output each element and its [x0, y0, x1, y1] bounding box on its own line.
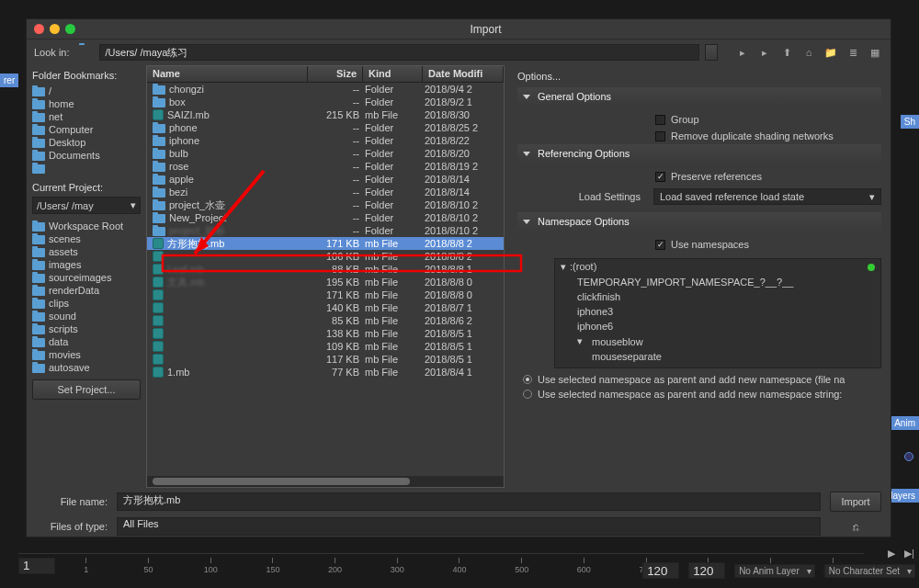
bookmark-item[interactable] [32, 162, 141, 175]
file-row[interactable]: 方形抱枕.mb171 KBmb File2018/8/8 2 [147, 237, 504, 250]
col-date[interactable]: Date Modifi [423, 66, 504, 82]
project-folder-item[interactable]: data [32, 335, 141, 348]
import-button[interactable]: Import [830, 492, 881, 512]
time-start[interactable] [18, 558, 55, 574]
set-project-button[interactable]: Set Project... [32, 379, 141, 400]
use-namespaces-checkbox[interactable] [655, 240, 665, 250]
hscrollbar[interactable] [147, 476, 504, 487]
file-row[interactable]: chongzi--Folder2018/9/4 2 [147, 83, 504, 96]
play-end-icon[interactable]: ▶| [904, 548, 917, 560]
bookmark-item[interactable]: Documents [32, 149, 141, 162]
preserve-refs-checkbox[interactable] [655, 172, 665, 182]
home-icon[interactable]: ⌂ [800, 44, 817, 61]
toolbar: Look in: /Users/ /maya练习 ▸ ▸ ⬆ ⌂ 📁 ≣ ▦ [27, 40, 891, 65]
folder-icon [153, 85, 165, 95]
col-kind[interactable]: Kind [363, 66, 423, 82]
general-options-header[interactable]: General Options [517, 87, 881, 106]
filename-input[interactable]: 方形抱枕.mb [117, 492, 821, 511]
file-row[interactable]: SAIZI.mb215 KBmb File2018/8/30 [147, 108, 504, 121]
thumb-view-icon[interactable]: ▦ [867, 44, 883, 61]
file-row[interactable]: rose--Folder2018/8/19 2 [147, 160, 504, 173]
remove-dup-checkbox[interactable] [655, 131, 665, 141]
folder-icon [32, 300, 45, 309]
minimize-icon[interactable] [50, 24, 60, 34]
project-folder-item[interactable]: clips [32, 297, 141, 310]
project-path[interactable]: /Users/ /may▾ [32, 197, 141, 214]
bookmark-remove-icon[interactable]: ▸ [756, 44, 773, 61]
folder-icon [153, 175, 165, 185]
file-row[interactable]: Leaf.mb88 KBmb File2018/8/8 1 [147, 263, 504, 276]
namespace-options-header[interactable]: Namespace Options [517, 212, 881, 231]
new-folder-icon[interactable]: 📁 [823, 44, 839, 61]
file-row[interactable]: bezi--Folder2018/8/14 [147, 186, 504, 198]
ns-radio-1[interactable] [523, 375, 532, 384]
project-folder-item[interactable]: sound [32, 310, 141, 322]
file-row[interactable]: 138 KBmb File2018/8/5 1 [147, 327, 504, 340]
file-row[interactable]: 117 KBmb File2018/8/5 1 [147, 353, 504, 366]
referencing-options-header[interactable]: Referencing Options [517, 144, 881, 163]
project-folder-item[interactable]: assets [32, 245, 141, 258]
col-name[interactable]: Name [147, 66, 308, 82]
folder-icon [32, 152, 45, 161]
status-dot-icon [868, 264, 875, 271]
char-set-combo[interactable]: No Character Set [824, 564, 915, 578]
load-settings-combo[interactable]: Load saved reference load state▾ [653, 188, 881, 205]
project-folder-item[interactable]: movies [32, 348, 141, 361]
folder-icon [32, 113, 45, 122]
file-row[interactable]: iphone--Folder2018/8/22 [147, 134, 504, 147]
play-icon[interactable]: ▶ [888, 548, 901, 560]
file-row[interactable]: apple--Folder2018/8/14 [147, 173, 504, 186]
col-size[interactable]: Size [308, 66, 363, 82]
file-row[interactable]: 109 KBmb File2018/8/5 1 [147, 340, 504, 353]
up-folder-icon[interactable]: ⬆ [778, 44, 795, 61]
timeline-tick: 500 [491, 558, 553, 574]
file-row[interactable]: 文具.mb195 KBmb File2018/8/8 0 [147, 276, 504, 288]
folder-icon [32, 351, 45, 360]
list-view-icon[interactable]: ≣ [845, 44, 861, 61]
bookmark-item[interactable]: Computer [32, 123, 141, 136]
bookmark-add-icon[interactable]: ▸ [734, 44, 751, 61]
timeline-tick: 300 [366, 558, 428, 574]
timeline-tick: 400 [428, 558, 491, 574]
path-input[interactable]: /Users/ /maya练习 [99, 44, 699, 61]
project-folder-item[interactable]: autosave [32, 361, 141, 374]
file-row[interactable]: 171 KBmb File2018/8/8 0 [147, 288, 504, 301]
bookmark-item[interactable]: / [32, 85, 141, 97]
close-icon[interactable] [34, 24, 44, 34]
chevron-down-icon [523, 220, 530, 224]
folder-icon [32, 338, 45, 347]
file-row[interactable]: 85 KBmb File2018/8/6 2 [147, 314, 504, 327]
file-row[interactable]: box--Folder2018/9/2 1 [147, 96, 504, 108]
file-row[interactable]: 140 KBmb File2018/8/7 1 [147, 301, 504, 314]
file-row[interactable]: bulb--Folder2018/8/20 [147, 147, 504, 160]
namespace-tree[interactable]: ▾:(root) TEMPORARY_IMPORT_NAMESPACE_?__?… [554, 258, 881, 368]
time-end[interactable] [642, 562, 679, 579]
project-folder-item[interactable]: sourceimages [32, 271, 141, 284]
bookmark-item[interactable]: Desktop [32, 136, 141, 149]
bookmark-item[interactable]: net [32, 110, 141, 123]
maya-file-icon [153, 238, 164, 249]
project-folder-item[interactable]: Workspace Root [32, 220, 141, 232]
path-history-dropdown[interactable] [705, 44, 718, 61]
file-browser: Name Size Kind Date Modifi chongzi--Fold… [146, 65, 505, 488]
group-checkbox[interactable] [655, 115, 665, 125]
project-folder-item[interactable]: scenes [32, 232, 141, 245]
maya-file-icon [153, 302, 164, 313]
file-row[interactable]: phone--Folder2018/8/25 2 [147, 121, 504, 134]
project-folder-item[interactable]: images [32, 258, 141, 271]
folder-icon [32, 287, 45, 296]
project-folder-item[interactable]: scripts [32, 322, 141, 335]
project-folder-item[interactable]: renderData [32, 284, 141, 297]
time-end2[interactable] [688, 562, 725, 579]
ns-radio-2[interactable] [523, 390, 532, 399]
file-row[interactable]: 1.mb77 KBmb File2018/8/4 1 [147, 366, 504, 379]
filter-icon[interactable]: ⎌ [830, 521, 881, 532]
bookmark-item[interactable]: home [32, 97, 141, 110]
filetype-combo[interactable]: All Files [117, 517, 821, 536]
file-row[interactable]: New_Project--Folder2018/8/10 2 [147, 211, 504, 224]
zoom-icon[interactable] [65, 24, 75, 34]
file-row[interactable]: project_水壶--Folder2018/8/10 2 [147, 198, 504, 211]
file-row[interactable]: 106 KBmb File2018/8/8 2 [147, 250, 504, 263]
anim-layer-combo[interactable]: No Anim Layer [734, 564, 815, 578]
file-row[interactable]: project_鼠标--Folder2018/8/10 2 [147, 224, 504, 237]
